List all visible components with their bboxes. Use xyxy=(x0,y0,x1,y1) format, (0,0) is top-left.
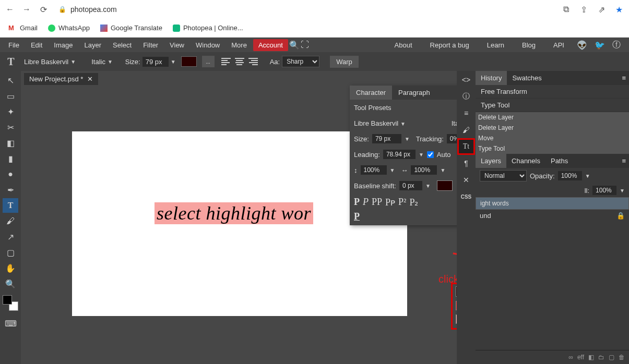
history-item[interactable]: Free Transform xyxy=(476,85,629,99)
history-item[interactable]: Move xyxy=(476,133,629,143)
menu-icon[interactable]: ≡ xyxy=(459,106,473,120)
bookmark-whatsapp[interactable]: WhatsApp xyxy=(48,24,90,32)
vscale-input[interactable] xyxy=(361,165,387,175)
css-panel-icon[interactable]: CSS xyxy=(459,190,473,203)
align-right-button[interactable] xyxy=(247,56,259,67)
more-options-button[interactable]: ... xyxy=(202,56,215,67)
twitter-icon[interactable]: 🐦 xyxy=(595,40,605,50)
tab-paths[interactable]: Paths xyxy=(545,154,573,168)
crop-tool[interactable]: ✂ xyxy=(3,120,18,135)
link-report-bug[interactable]: Report a bug xyxy=(425,39,474,51)
smallcaps-button[interactable]: Pᴘ xyxy=(385,197,395,208)
menu-account[interactable]: Account xyxy=(253,39,288,51)
align-left-button[interactable] xyxy=(220,56,232,67)
facebook-icon[interactable]: ⓕ xyxy=(612,40,621,51)
marquee-tool[interactable]: ▭ xyxy=(3,89,18,103)
panel-color-swatch[interactable] xyxy=(437,180,453,191)
font-size-input[interactable] xyxy=(143,57,169,67)
menu-more[interactable]: More xyxy=(226,39,252,51)
bold-button[interactable]: P xyxy=(354,197,360,208)
color-picker[interactable] xyxy=(3,295,18,311)
bookmark-google-translate[interactable]: Google Translate xyxy=(100,24,162,32)
font-family-select[interactable]: Libre Baskervil ▼ xyxy=(24,58,76,66)
antialias-select[interactable]: Sharp xyxy=(282,56,319,67)
shape-tool[interactable]: ▢ xyxy=(3,245,18,260)
document-tab[interactable]: New Project.psd * ✕ xyxy=(24,73,98,85)
opacity-input[interactable] xyxy=(558,171,582,180)
menu-filter[interactable]: Filter xyxy=(138,39,163,51)
info-icon[interactable]: ⓘ xyxy=(459,90,473,103)
type-tool[interactable]: T xyxy=(3,198,18,213)
layer-mask-button[interactable]: ◧ xyxy=(588,354,594,361)
paragraph-panel-icon[interactable]: ¶ xyxy=(459,156,473,170)
eraser-tool[interactable]: ◧ xyxy=(3,136,18,150)
baseline-input[interactable] xyxy=(399,181,422,190)
allcaps-button[interactable]: PP xyxy=(372,197,382,208)
text-color-swatch[interactable] xyxy=(181,56,197,67)
canvas-text[interactable]: select highlight wor xyxy=(155,202,313,224)
new-layer-button[interactable]: ▢ xyxy=(609,354,614,361)
path-tool[interactable]: ↗ xyxy=(3,229,18,244)
forward-button[interactable]: → xyxy=(22,5,31,14)
fullscreen-icon[interactable]: ⛶ xyxy=(301,40,309,50)
blend-mode-select[interactable]: Normal xyxy=(480,170,527,181)
link-layers-button[interactable]: ∞ xyxy=(568,354,573,361)
tab-history[interactable]: History xyxy=(476,71,507,85)
align-center-button[interactable] xyxy=(233,56,246,67)
menu-file[interactable]: File xyxy=(3,39,25,51)
italic-button[interactable]: P xyxy=(363,197,369,208)
bookmark-gmail[interactable]: MGmail xyxy=(8,24,38,32)
subscript-button[interactable]: P₂ xyxy=(409,197,418,208)
underline-button[interactable]: P xyxy=(354,211,360,222)
menu-edit[interactable]: Edit xyxy=(26,39,48,51)
brush-tool[interactable]: 🖌 xyxy=(3,214,18,228)
back-button[interactable]: ← xyxy=(5,5,15,14)
character-panel-icon[interactable]: Tt xyxy=(459,140,473,153)
tab-swatches[interactable]: Swatches xyxy=(507,71,547,85)
menu-layer[interactable]: Layer xyxy=(79,39,107,51)
history-item[interactable]: Type Tool xyxy=(476,99,629,112)
move-tool[interactable]: ↖ xyxy=(3,73,18,88)
bookmark-photopea[interactable]: Photopea | Online... xyxy=(173,24,243,32)
panel-menu-icon[interactable]: ≡ xyxy=(619,157,629,165)
new-folder-button[interactable]: 🗀 xyxy=(598,354,604,361)
layer-item[interactable]: ight words xyxy=(476,197,629,210)
search-icon[interactable]: 🔍 xyxy=(289,40,300,50)
history-item[interactable]: Type Tool xyxy=(476,143,629,154)
code-icon[interactable]: <> xyxy=(459,73,473,87)
superscript-button[interactable]: P² xyxy=(398,197,406,208)
tab-paragraph[interactable]: Paragraph xyxy=(392,86,436,100)
close-tab-icon[interactable]: ✕ xyxy=(87,75,93,83)
tab-layers[interactable]: Layers xyxy=(476,154,506,168)
layer-item[interactable]: und 🔒 xyxy=(476,210,629,222)
bookmark-star-icon[interactable]: ★ xyxy=(614,5,624,14)
menu-view[interactable]: View xyxy=(164,39,189,51)
history-item[interactable]: Delete Layer xyxy=(476,123,629,133)
address-bar[interactable]: 🔒 photopea.com xyxy=(58,5,117,14)
panel-size-input[interactable] xyxy=(372,134,401,143)
tab-channels[interactable]: Channels xyxy=(506,154,545,168)
share-icon[interactable]: ⇗ xyxy=(597,5,606,14)
extension-icon[interactable]: ⇪ xyxy=(579,5,588,14)
link-learn[interactable]: Learn xyxy=(482,39,509,51)
font-style-select[interactable]: Italic ▼ xyxy=(91,58,113,66)
hand-tool[interactable]: ✋ xyxy=(3,261,18,275)
install-icon[interactable]: ⧉ xyxy=(561,5,571,14)
pen-tool[interactable]: ✒ xyxy=(3,183,18,197)
wand-tool[interactable]: ✦ xyxy=(3,104,18,119)
tab-character[interactable]: Character xyxy=(350,86,392,100)
reload-button[interactable]: ⟳ xyxy=(39,5,48,14)
panel-font-select[interactable]: Libre Baskervil ▼ xyxy=(354,119,406,127)
delete-layer-button[interactable]: 🗑 xyxy=(619,354,625,361)
gradient-tool[interactable]: ▮ xyxy=(3,151,18,166)
link-blog[interactable]: Blog xyxy=(517,39,541,51)
menu-select[interactable]: Select xyxy=(108,39,137,51)
brush-panel-icon[interactable]: 🖌 xyxy=(459,123,473,137)
hscale-input[interactable] xyxy=(411,165,437,175)
chevron-down-icon[interactable]: ▼ xyxy=(171,59,176,65)
link-api[interactable]: API xyxy=(548,39,569,51)
tools-panel-icon[interactable]: ✕ xyxy=(459,173,473,187)
blur-tool[interactable]: ● xyxy=(3,167,18,181)
menu-image[interactable]: Image xyxy=(49,39,78,51)
warp-button[interactable]: Warp xyxy=(330,56,359,68)
